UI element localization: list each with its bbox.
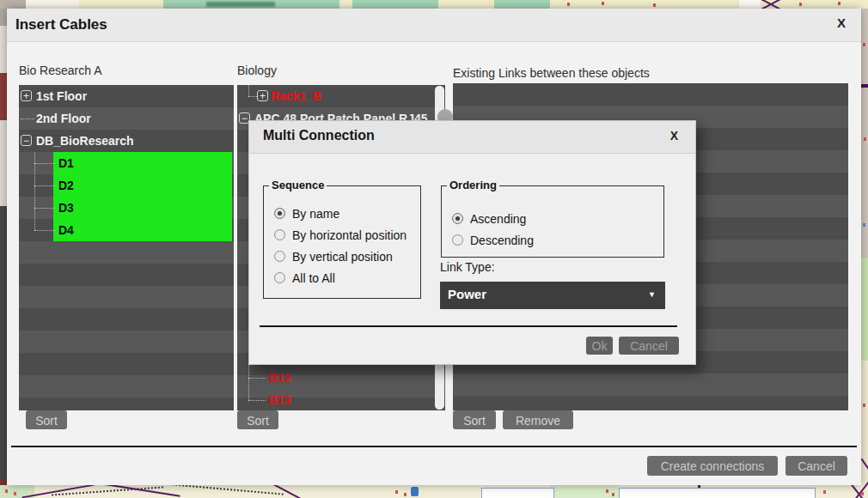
radio-option[interactable]: All to All bbox=[264, 267, 420, 288]
close-icon[interactable]: X bbox=[837, 15, 846, 30]
multi-connection-modal: Multi Connection X Sequence By nameBy ho… bbox=[248, 120, 696, 365]
tree-item[interactable]: 2nd Floor bbox=[19, 107, 234, 130]
link-type-value: Power bbox=[448, 287, 486, 301]
expand-icon[interactable]: + bbox=[257, 90, 268, 101]
radio-icon[interactable] bbox=[274, 272, 285, 283]
tree-connector bbox=[248, 400, 266, 401]
tree-connector bbox=[248, 378, 266, 379]
modal-close-icon[interactable]: X bbox=[670, 129, 678, 143]
right-column-label: Existing Links between these objects bbox=[453, 66, 650, 80]
tree-item[interactable]: D2 bbox=[19, 174, 234, 197]
tree-item[interactable]: −DB_BioResearch bbox=[19, 130, 234, 152]
dialog-cancel-button[interactable]: Cancel bbox=[785, 456, 847, 476]
chevron-down-icon: ▼ bbox=[648, 290, 656, 299]
tree-item-label: D4 bbox=[58, 219, 74, 241]
radio-option-label: Ascending bbox=[470, 212, 526, 226]
map-background-left bbox=[0, 9, 7, 485]
sort-left-button[interactable]: Sort bbox=[26, 410, 67, 429]
selected-highlight bbox=[53, 174, 232, 197]
tree-item[interactable]: B12 bbox=[237, 367, 445, 389]
expand-icon[interactable]: + bbox=[21, 90, 32, 101]
tree-item[interactable]: D4 bbox=[19, 219, 234, 241]
tree-item-label: 1st Floor bbox=[36, 85, 87, 107]
link-type-label: Link Type: bbox=[440, 260, 495, 274]
footer-divider bbox=[11, 446, 857, 447]
tree-connector bbox=[34, 185, 55, 186]
bus-icon bbox=[411, 487, 419, 496]
sequence-legend: Sequence bbox=[269, 179, 327, 191]
ok-button[interactable]: Ok bbox=[586, 337, 613, 355]
map-background-bottom bbox=[0, 485, 868, 498]
radio-option-label: By vertical position bbox=[292, 250, 393, 264]
radio-option-label: Descending bbox=[470, 234, 534, 247]
ordering-legend: Ordering bbox=[447, 179, 499, 191]
tree-item-label: D3 bbox=[58, 197, 74, 219]
radio-selected-icon[interactable] bbox=[452, 213, 463, 224]
radio-option[interactable]: By name bbox=[264, 203, 420, 224]
radio-option[interactable]: By horizontal position bbox=[264, 224, 420, 246]
tree-item-label: B12 bbox=[269, 367, 291, 389]
tree-item-label: DB_BioResearch bbox=[36, 130, 134, 152]
selected-highlight bbox=[53, 152, 232, 174]
dialog-header: Insert Cables X bbox=[7, 9, 861, 42]
tree-connector bbox=[21, 118, 34, 119]
dialog-title: Insert Cables bbox=[15, 16, 107, 33]
radio-option-label: By horizontal position bbox=[292, 228, 406, 242]
ordering-fieldset: Ordering AscendingDescending bbox=[441, 185, 664, 258]
tree-connector bbox=[34, 163, 55, 164]
middle-column-label: Biology bbox=[237, 64, 277, 77]
selected-highlight bbox=[53, 219, 232, 241]
tree-item-label: 2nd Floor bbox=[36, 107, 91, 130]
modal-cancel-button[interactable]: Cancel bbox=[619, 337, 679, 355]
create-connections-button[interactable]: Create connections bbox=[647, 456, 778, 476]
tree-connector bbox=[34, 230, 55, 231]
map-background-top bbox=[0, 0, 868, 9]
tree-item-label: Rack1_B bbox=[271, 85, 321, 107]
radio-option-label: By name bbox=[292, 207, 339, 221]
tree-connector bbox=[248, 96, 257, 97]
modal-header: Multi Connection X bbox=[249, 121, 695, 154]
sort-middle-button[interactable]: Sort bbox=[237, 410, 278, 429]
tree-item[interactable]: +Rack1_B bbox=[237, 85, 445, 107]
map-background-right bbox=[861, 9, 868, 485]
radio-option[interactable]: Ascending bbox=[442, 208, 663, 229]
radio-option[interactable]: Descending bbox=[442, 229, 663, 251]
tree-item-label: B13 bbox=[269, 389, 291, 410]
left-column-label: Bio Research A bbox=[19, 64, 102, 77]
tree-item[interactable]: +1st Floor bbox=[19, 85, 234, 107]
selected-highlight bbox=[53, 197, 232, 219]
sequence-fieldset: Sequence By nameBy horizontal positionBy… bbox=[263, 185, 421, 299]
radio-option[interactable]: By vertical position bbox=[264, 246, 420, 267]
link-type-dropdown[interactable]: Power ▼ bbox=[440, 282, 665, 309]
radio-icon[interactable] bbox=[452, 234, 463, 246]
remove-button[interactable]: Remove bbox=[503, 410, 573, 429]
modal-title: Multi Connection bbox=[263, 128, 375, 143]
radio-icon[interactable] bbox=[274, 229, 285, 240]
tree-item-label: D1 bbox=[58, 152, 74, 174]
radio-selected-icon[interactable] bbox=[274, 208, 285, 219]
radio-icon[interactable] bbox=[274, 251, 285, 262]
modal-divider bbox=[260, 325, 677, 327]
tree-connector bbox=[34, 208, 55, 209]
sort-right-button[interactable]: Sort bbox=[453, 410, 496, 429]
tree-item[interactable]: B13 bbox=[237, 389, 445, 410]
radio-option-label: All to All bbox=[292, 271, 335, 285]
tree-item-label: D2 bbox=[58, 174, 74, 197]
tree-panel-bio-research[interactable]: +1st Floor2nd Floor−DB_BioResearchD1D2D3… bbox=[19, 85, 234, 410]
collapse-icon[interactable]: − bbox=[21, 135, 32, 146]
tree-item[interactable]: D3 bbox=[19, 197, 234, 219]
tree-item[interactable]: D1 bbox=[19, 152, 234, 174]
